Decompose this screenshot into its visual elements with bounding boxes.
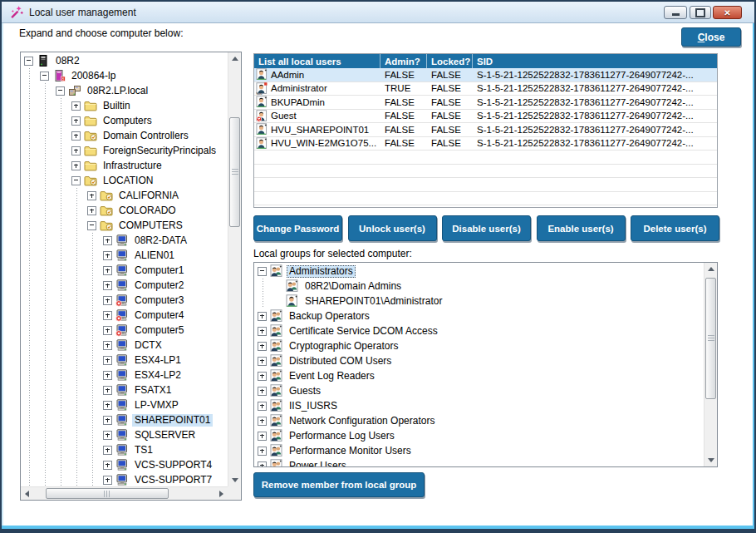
expand-toggle-icon[interactable]: [103, 446, 112, 455]
maximize-button[interactable]: [690, 6, 711, 19]
tree-item[interactable]: ESX4-LP2: [21, 368, 228, 382]
tree-item-label[interactable]: Event Log Readers: [287, 370, 377, 382]
tree-item[interactable]: Backup Operators: [254, 308, 704, 323]
window-close-button[interactable]: [713, 6, 742, 19]
tree-item-label[interactable]: Computer4: [132, 309, 186, 322]
collapse-toggle-icon[interactable]: [87, 221, 96, 230]
tree-item[interactable]: SHAREPOINT01\Administrator: [254, 294, 704, 308]
tree-item-label[interactable]: Performance Monitor Users: [287, 445, 414, 457]
scroll-up-arrow[interactable]: [704, 263, 718, 275]
tree-item-label[interactable]: 08R2-DATA: [132, 234, 189, 247]
scroll-up-arrow[interactable]: [228, 52, 242, 65]
users-column-header[interactable]: SID: [473, 54, 717, 68]
tree-item[interactable]: VCS-SUPPORT4: [21, 457, 228, 472]
scroll-down-arrow[interactable]: [228, 474, 242, 486]
expand-toggle-icon[interactable]: [71, 161, 81, 170]
scroll-right-arrow[interactable]: [215, 487, 228, 501]
users-column-header[interactable]: List all local users: [254, 54, 380, 68]
tree-item-label[interactable]: Cryptographic Operators: [287, 340, 400, 353]
collapse-toggle-icon[interactable]: [71, 176, 81, 185]
collapse-toggle-icon[interactable]: [24, 57, 33, 66]
tree-item[interactable]: Performance Log Users: [254, 428, 704, 443]
tree-item[interactable]: Computer3: [21, 293, 228, 308]
tree-item[interactable]: Guests: [254, 383, 704, 398]
expand-toggle-icon[interactable]: [71, 116, 81, 126]
tree-item-label[interactable]: ESX4-LP2: [132, 369, 184, 382]
tree-item[interactable]: Computer1: [21, 263, 228, 278]
tree-item[interactable]: LP-VMXP: [21, 397, 228, 412]
tree-item-label[interactable]: Distributed COM Users: [287, 355, 394, 368]
user-row[interactable]: HVU_SHAREPOINT01FALSEFALSES-1-5-21-12525…: [254, 123, 717, 137]
expand-toggle-icon[interactable]: [103, 401, 112, 410]
expand-toggle-icon[interactable]: [87, 206, 96, 215]
groups-vertical-scrollbar[interactable]: [704, 263, 717, 466]
expand-toggle-icon[interactable]: [103, 251, 112, 260]
tree-item-label[interactable]: Computers: [101, 115, 155, 127]
tree-item[interactable]: Domain Controllers: [21, 128, 228, 143]
unlock-users-button[interactable]: Unlock user(s): [348, 215, 437, 241]
expand-toggle-icon[interactable]: [71, 146, 81, 155]
tree-item[interactable]: DCTX: [21, 338, 228, 353]
tree-item[interactable]: Network Configuration Operators: [254, 413, 704, 428]
tree-item-label[interactable]: TS1: [132, 444, 155, 457]
tree-item-label[interactable]: FSATX1: [132, 384, 174, 397]
expand-toggle-icon[interactable]: [103, 311, 112, 320]
expand-toggle-icon[interactable]: [71, 101, 81, 111]
delete-users-button[interactable]: Delete user(s): [631, 215, 719, 241]
tree-item[interactable]: VCS-SUPPORT7: [21, 472, 228, 486]
tree-item-label[interactable]: CALIFORNIA: [116, 190, 181, 202]
disable-users-button[interactable]: Disable user(s): [442, 215, 531, 241]
expand-toggle-icon[interactable]: [103, 326, 112, 335]
tree-item-label[interactable]: Power Users: [287, 460, 349, 467]
tree-item-label[interactable]: Builtin: [101, 100, 133, 112]
tree-item[interactable]: COLORADO: [21, 203, 228, 218]
expand-toggle-icon[interactable]: [258, 342, 267, 351]
scrollbar-thumb[interactable]: [229, 117, 240, 227]
tree-item[interactable]: Event Log Readers: [254, 368, 704, 383]
tree-item[interactable]: Cryptographic Operators: [254, 338, 704, 353]
scrollbar-thumb[interactable]: [46, 488, 169, 499]
expand-toggle-icon[interactable]: [103, 281, 112, 290]
tree-item[interactable]: CALIFORNIA: [21, 188, 228, 203]
tree-item-label[interactable]: ForeignSecurityPrincipals: [101, 145, 218, 157]
scrollbar-thumb[interactable]: [705, 278, 716, 399]
expand-toggle-icon[interactable]: [103, 371, 112, 380]
tree-item[interactable]: SQLSERVER: [21, 427, 228, 442]
tree-item-label[interactable]: COLORADO: [116, 205, 179, 217]
tree-item-label[interactable]: 08R2: [53, 55, 82, 67]
tree-item-label[interactable]: ESX4-LP1: [132, 354, 184, 367]
expand-toggle-icon[interactable]: [258, 312, 267, 321]
tree-item[interactable]: COMPUTERS: [21, 218, 228, 233]
users-column-header[interactable]: Admin?: [380, 54, 427, 68]
expand-toggle-icon[interactable]: [258, 461, 267, 467]
tree-item[interactable]: Power Users: [254, 458, 704, 466]
expand-toggle-icon[interactable]: [258, 432, 267, 441]
tree-item-label[interactable]: DCTX: [132, 339, 164, 352]
close-button[interactable]: Close: [681, 27, 741, 47]
tree-item[interactable]: TS1: [21, 442, 228, 457]
computer-tree-vertical-scrollbar[interactable]: [228, 52, 241, 486]
tree-item[interactable]: 08R2.LP.local: [21, 83, 228, 98]
expand-toggle-icon[interactable]: [71, 131, 81, 141]
tree-item-label[interactable]: Guests: [287, 385, 323, 397]
expand-toggle-icon[interactable]: [103, 416, 112, 425]
tree-item-label[interactable]: 08R2.LP.local: [85, 85, 150, 97]
minimize-button[interactable]: [664, 6, 687, 19]
tree-item-label[interactable]: Administrators: [287, 265, 356, 278]
collapse-toggle-icon[interactable]: [56, 86, 65, 96]
tree-item-label[interactable]: Certificate Service DCOM Access: [287, 325, 440, 338]
expand-toggle-icon[interactable]: [258, 417, 267, 426]
user-row[interactable]: 500AdministratorTRUEFALSES-1-5-21-125252…: [254, 82, 717, 96]
expand-toggle-icon[interactable]: [258, 327, 267, 336]
change-password-button[interactable]: Change Password: [253, 215, 342, 241]
tree-item[interactable]: ESX4-LP1: [21, 353, 228, 368]
expand-toggle-icon[interactable]: [103, 236, 112, 245]
tree-item[interactable]: Computer4: [21, 308, 228, 323]
tree-item-label[interactable]: Computer2: [132, 279, 186, 292]
tree-item-label[interactable]: VCS-SUPPORT7: [132, 474, 214, 486]
tree-item[interactable]: ForeignSecurityPrincipals: [21, 143, 228, 158]
remove-member-button[interactable]: Remove member from local group: [253, 472, 425, 497]
collapse-toggle-icon[interactable]: [258, 267, 267, 276]
user-row[interactable]: HVU_WIN-E2MG1O75...FALSEFALSES-1-5-21-12…: [254, 137, 717, 151]
tree-item-label[interactable]: Computer1: [132, 264, 186, 277]
